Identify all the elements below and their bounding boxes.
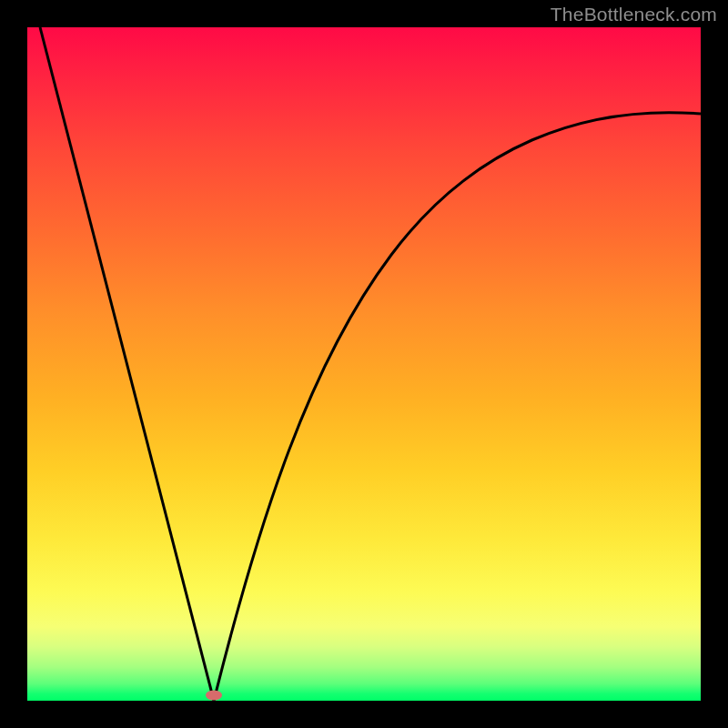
bottleneck-curve bbox=[27, 27, 701, 701]
watermark-text: TheBottleneck.com bbox=[551, 4, 717, 25]
plot-area bbox=[27, 27, 701, 701]
curve-right-branch bbox=[214, 113, 701, 701]
chart-frame: TheBottleneck.com bbox=[0, 0, 728, 728]
minimum-marker bbox=[206, 691, 222, 701]
curve-left-branch bbox=[40, 27, 214, 701]
